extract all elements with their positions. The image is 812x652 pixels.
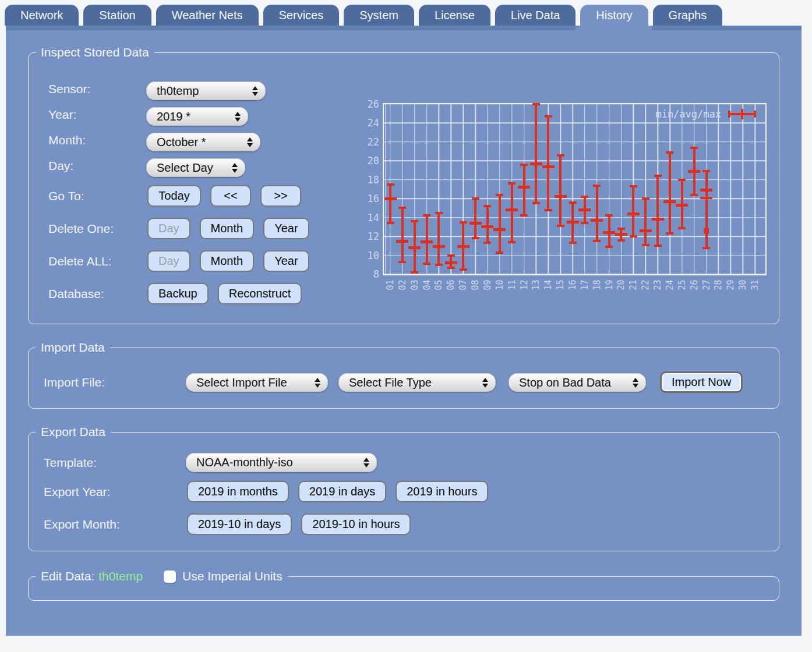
errorbar-mark: [630, 235, 637, 238]
errorbar-mark: [518, 186, 530, 189]
errorbar-mark: [545, 209, 552, 211]
x-axis-tick-label: 14: [544, 275, 553, 295]
errorbar-mark: [642, 244, 649, 246]
month-select-value: October *: [157, 136, 206, 149]
errorbar-mark: [445, 261, 457, 264]
errorbar-mark: [678, 179, 686, 181]
delete-one-button-group: DayMonthYear: [147, 218, 309, 239]
tab-live-data[interactable]: Live Data: [495, 5, 576, 26]
y-axis-tick-label: 20: [357, 155, 379, 166]
import-file-select[interactable]: Select Import File: [186, 373, 328, 392]
errorbar-mark: [642, 197, 649, 200]
reconstruct-button[interactable]: Reconstruct: [218, 283, 302, 304]
errorbar-mark: [535, 104, 537, 203]
x-axis-tick-label: 07: [459, 275, 468, 295]
errorbar-mark: [481, 225, 493, 228]
tab-network[interactable]: Network: [5, 5, 79, 26]
chart-legend: min/avg/max: [655, 108, 756, 120]
errorbar-mark: [605, 246, 613, 248]
delete-one-month-button[interactable]: Month: [200, 218, 255, 239]
export-month-hours-button[interactable]: 2019-10 in hours: [301, 513, 411, 535]
backup-button[interactable]: Backup: [147, 283, 209, 304]
tab-graphs[interactable]: Graphs: [653, 5, 723, 26]
x-axis-tick-label: 21: [629, 275, 638, 295]
tab-system[interactable]: System: [344, 5, 414, 26]
file-type-select[interactable]: Select File Type: [338, 373, 496, 392]
updown-arrows-icon: [241, 137, 253, 147]
month-select[interactable]: October *: [146, 133, 260, 151]
sensor-label: Sensor:: [48, 82, 90, 96]
day-label: Day:: [48, 159, 73, 173]
page: NetworkStationWeather NetsServicesSystem…: [0, 0, 812, 652]
delete-all-year-button[interactable]: Year: [263, 250, 309, 272]
sensor-select[interactable]: th0temp: [146, 82, 266, 100]
errorbar-mark: [532, 103, 540, 105]
x-axis-tick-label: 08: [471, 275, 480, 295]
x-axis-tick-label: 30: [739, 275, 747, 295]
errorbar-mark: [640, 229, 652, 232]
errorbar-mark: [530, 162, 542, 165]
import-file-select-value: Select Import File: [196, 376, 287, 389]
next-button[interactable]: >>: [260, 185, 301, 207]
tab-license[interactable]: License: [419, 5, 490, 26]
delete-one-label: Delete One:: [48, 222, 114, 236]
errorbar-mark: [545, 115, 552, 118]
errorbar-mark: [669, 153, 671, 234]
tab-station[interactable]: Station: [83, 5, 151, 26]
errorbar-mark: [398, 207, 406, 209]
errorbar-mark: [411, 220, 418, 222]
y-axis-tick-label: 8: [357, 268, 379, 280]
tab-history[interactable]: History: [580, 5, 648, 26]
errorbar-mark: [567, 221, 579, 224]
delete-one-year-button[interactable]: Year: [263, 218, 309, 239]
errorbar-mark: [520, 164, 528, 166]
import-now-button[interactable]: Import Now: [660, 371, 743, 393]
year-select-value: 2019 *: [157, 110, 190, 123]
x-axis-tick-label: 09: [483, 275, 492, 295]
y-axis-tick-label: 26: [357, 98, 379, 110]
errorbar-mark: [542, 165, 555, 168]
errorbar-mark: [472, 197, 479, 200]
delete-one-day-button[interactable]: Day: [147, 218, 190, 239]
x-axis-tick-label: 13: [532, 275, 541, 295]
export-year-months-button[interactable]: 2019 in months: [187, 481, 289, 502]
errorbar-mark: [423, 214, 430, 217]
x-axis-tick-label: 17: [580, 275, 589, 295]
x-axis-tick-label: 28: [714, 275, 723, 295]
errorbar-mark: [483, 205, 491, 207]
errorbar-mark: [627, 212, 640, 215]
export-month-days-button[interactable]: 2019-10 in days: [187, 513, 292, 535]
tab-services[interactable]: Services: [263, 5, 340, 26]
export-year-days-button[interactable]: 2019 in days: [298, 481, 386, 502]
errorbar-mark: [437, 213, 440, 265]
updown-arrows-icon: [476, 378, 488, 388]
errorbar-mark: [474, 199, 476, 238]
prev-button[interactable]: <<: [210, 185, 251, 207]
bad-data-select[interactable]: Stop on Bad Data: [509, 373, 646, 392]
x-axis-tick-label: 20: [617, 275, 626, 295]
errorbar-mark: [581, 222, 588, 224]
export-year-hours-button[interactable]: 2019 in hours: [396, 481, 488, 502]
errorbar-mark: [460, 268, 467, 271]
year-select[interactable]: 2019 *: [146, 107, 248, 126]
sensor-select-value: th0temp: [157, 84, 199, 98]
errorbar-mark: [499, 195, 501, 253]
today-button[interactable]: Today: [147, 185, 201, 207]
goto-label: Go To:: [48, 189, 84, 203]
errorbar-mark: [596, 186, 598, 242]
import-file-label: Import File:: [44, 375, 105, 389]
x-axis-tick-label: 04: [422, 275, 431, 295]
delete-all-day-button[interactable]: Day: [147, 250, 190, 272]
errorbar-mark: [447, 267, 455, 269]
errorbar-mark: [387, 222, 394, 224]
tab-bar: NetworkStationWeather NetsServicesSystem…: [5, 5, 722, 26]
x-axis-tick-label: 31: [751, 275, 760, 295]
template-select[interactable]: NOAA-monthly-iso: [186, 453, 377, 472]
errorbar-mark: [617, 239, 625, 242]
day-select[interactable]: Select Day: [146, 158, 245, 177]
imperial-units-checkbox[interactable]: [164, 570, 176, 583]
x-axis-tick-label: 19: [605, 275, 613, 295]
delete-all-month-button[interactable]: Month: [200, 250, 255, 272]
edit-sensor-name: th0temp: [98, 568, 143, 584]
tab-weather-nets[interactable]: Weather Nets: [156, 5, 259, 26]
